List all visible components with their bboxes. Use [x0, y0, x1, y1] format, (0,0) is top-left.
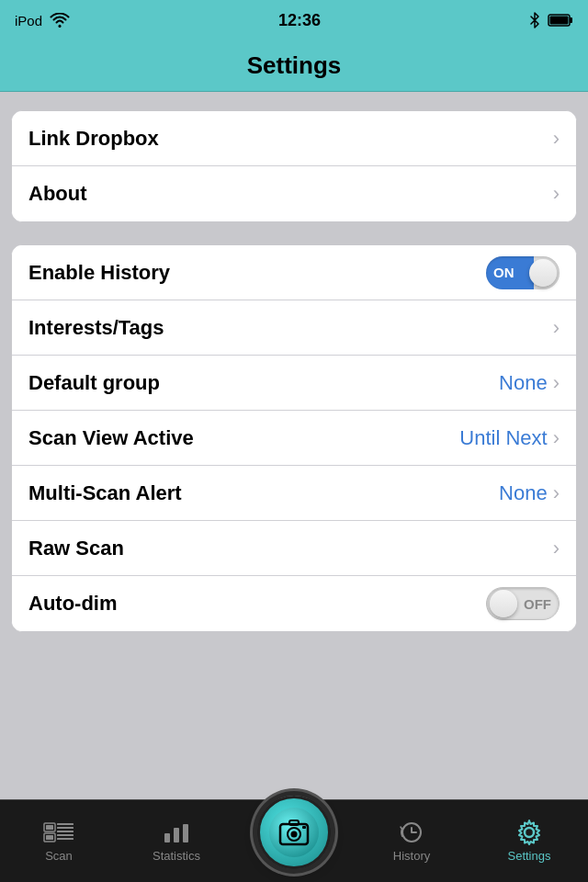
auto-dim-label: Auto-dim: [28, 592, 118, 616]
battery-icon: [548, 13, 573, 28]
svg-rect-10: [57, 831, 74, 832]
tab-settings[interactable]: Settings: [470, 800, 588, 882]
about-chevron: ›: [553, 182, 560, 206]
status-right: [529, 12, 573, 28]
svg-rect-8: [57, 823, 74, 825]
auto-dim-toggle[interactable]: OFF: [486, 587, 560, 620]
page-title: Settings: [247, 51, 342, 80]
status-left: iPod: [15, 13, 70, 28]
raw-scan-row[interactable]: Raw Scan ›: [12, 521, 576, 576]
link-dropbox-label: Link Dropbox: [28, 127, 159, 151]
wifi-icon: [50, 13, 70, 28]
default-group-row[interactable]: Default group None ›: [12, 356, 576, 411]
svg-rect-5: [46, 825, 53, 830]
interests-tags-row[interactable]: Interests/Tags ›: [12, 300, 576, 356]
settings-group-1: Link Dropbox › About ›: [11, 110, 577, 222]
default-group-right: None ›: [499, 371, 560, 395]
default-group-label: Default group: [28, 371, 160, 395]
svg-point-22: [525, 828, 534, 837]
stats-icon: [160, 820, 193, 845]
svg-rect-9: [57, 827, 74, 829]
enable-history-label: Enable History: [28, 261, 170, 285]
history-icon: [395, 820, 428, 845]
tab-statistics-label: Statistics: [153, 849, 200, 863]
interests-tags-chevron: ›: [553, 316, 560, 340]
enable-history-toggle[interactable]: ON: [486, 256, 560, 289]
svg-rect-11: [57, 834, 74, 836]
tab-scan[interactable]: Scan: [0, 800, 118, 882]
settings-icon: [513, 820, 546, 845]
scan-center-button[interactable]: [257, 796, 331, 869]
multi-scan-alert-row[interactable]: Multi-Scan Alert None ›: [12, 466, 576, 521]
status-bar: iPod 12:36: [0, 0, 588, 40]
toggle-on-text: ON: [493, 265, 514, 280]
raw-scan-label: Raw Scan: [28, 537, 124, 560]
status-time: 12:36: [278, 11, 321, 30]
scan-view-active-right: Until Next ›: [459, 426, 560, 450]
svg-rect-15: [183, 824, 188, 842]
svg-point-0: [59, 25, 62, 28]
about-label: About: [28, 182, 87, 206]
svg-rect-13: [164, 833, 170, 842]
raw-scan-right: ›: [553, 537, 560, 560]
scan-view-active-chevron: ›: [553, 426, 560, 450]
auto-dim-row[interactable]: Auto-dim OFF: [12, 576, 576, 631]
svg-point-18: [291, 831, 298, 837]
link-dropbox-right: ›: [553, 127, 560, 151]
tab-statistics[interactable]: Statistics: [118, 800, 235, 882]
toggle-off-knob: [490, 590, 517, 617]
toggle-off-text: OFF: [524, 596, 551, 612]
svg-rect-3: [549, 17, 568, 25]
scan-view-active-label: Scan View Active: [28, 426, 194, 450]
svg-rect-2: [570, 17, 572, 23]
tab-scan-label: Scan: [45, 849, 73, 863]
multi-scan-alert-chevron: ›: [553, 481, 560, 505]
tab-history[interactable]: History: [353, 800, 470, 882]
tab-center-scan[interactable]: [235, 791, 353, 873]
scan-view-active-value: Until Next: [459, 426, 547, 450]
multi-scan-alert-value: None: [499, 481, 548, 505]
settings-group-2: Enable History ON Interests/Tags › Defau…: [11, 244, 577, 632]
multi-scan-alert-label: Multi-Scan Alert: [28, 481, 182, 505]
tab-settings-label: Settings: [508, 849, 551, 863]
svg-rect-12: [57, 838, 74, 840]
tab-bar: Scan Statistics: [0, 799, 588, 882]
about-row[interactable]: About ›: [12, 166, 576, 221]
nav-bar: Settings: [0, 40, 588, 92]
main-content: Link Dropbox › About › Enable History ON…: [0, 92, 588, 799]
toggle-knob: [529, 259, 557, 287]
default-group-chevron: ›: [553, 371, 560, 395]
device-label: iPod: [15, 13, 42, 28]
default-group-value: None: [499, 371, 548, 395]
link-dropbox-chevron: ›: [553, 127, 560, 151]
svg-rect-7: [46, 835, 53, 840]
barcode-center-icon: [277, 815, 311, 850]
interests-tags-label: Interests/Tags: [28, 316, 164, 340]
scan-inner-circle: [269, 808, 319, 857]
about-right: ›: [553, 182, 560, 206]
multi-scan-alert-right: None ›: [499, 481, 560, 505]
tab-history-label: History: [393, 849, 430, 863]
enable-history-row[interactable]: Enable History ON: [12, 245, 576, 300]
scan-icon: [42, 820, 75, 845]
svg-rect-19: [289, 820, 299, 825]
interests-tags-right: ›: [553, 316, 560, 340]
raw-scan-chevron: ›: [553, 537, 560, 560]
scan-view-active-row[interactable]: Scan View Active Until Next ›: [12, 411, 576, 466]
bluetooth-icon: [529, 12, 540, 28]
link-dropbox-row[interactable]: Link Dropbox ›: [12, 111, 576, 166]
svg-rect-20: [302, 826, 306, 829]
svg-rect-14: [174, 828, 179, 842]
